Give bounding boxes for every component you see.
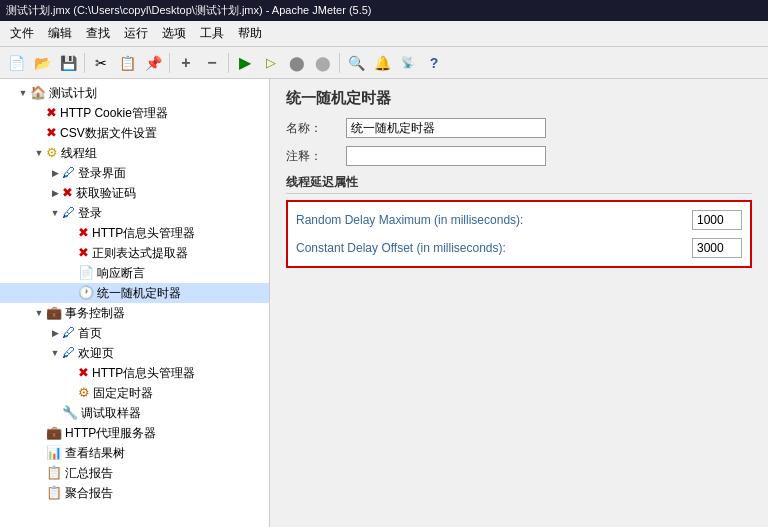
tree-item-login[interactable]: ▼ 🖊 登录	[0, 203, 269, 223]
tree-item-get-verify[interactable]: ▶ ✖ 获取验证码	[0, 183, 269, 203]
tree-label-home: 首页	[78, 324, 102, 342]
panel-title: 统一随机定时器	[286, 89, 752, 108]
toolbar-new[interactable]: 📄	[4, 51, 28, 75]
tree-label-cookie: HTTP Cookie管理器	[60, 104, 168, 122]
tree-label-proxy: HTTP代理服务器	[65, 424, 156, 442]
tree-item-thread-group[interactable]: ▼ ⚙ 线程组	[0, 143, 269, 163]
tree-label-transaction: 事务控制器	[65, 304, 125, 322]
menu-options[interactable]: 选项	[156, 23, 192, 44]
tree-label-uniform-timer: 统一随机定时器	[97, 284, 181, 302]
tree-label-welcome: 欢迎页	[78, 344, 114, 362]
tree-label-sampler: 调试取样器	[81, 404, 141, 422]
summary-icon: 📋	[46, 464, 62, 482]
name-label: 名称：	[286, 120, 346, 137]
tree-label-thread: 线程组	[61, 144, 97, 162]
name-input[interactable]	[346, 118, 546, 138]
cookie-icon: ✖	[46, 104, 57, 122]
get-verify-icon: ✖	[62, 184, 73, 202]
toolbar-sep1	[84, 53, 85, 73]
tree-label-login: 登录	[78, 204, 102, 222]
toolbar-start-no-pause[interactable]: ▷	[259, 51, 283, 75]
tree-panel: ▼ 🏠 测试计划 ✖ HTTP Cookie管理器 ✖ CSV数据文件设置 ▼ …	[0, 79, 270, 527]
tree-label-response: 响应断言	[97, 264, 145, 282]
toolbar-remote[interactable]: 📡	[396, 51, 420, 75]
menu-search[interactable]: 查找	[80, 23, 116, 44]
tree-item-sampler[interactable]: 🔧 调试取样器	[0, 403, 269, 423]
menu-run[interactable]: 运行	[118, 23, 154, 44]
home-icon: 🖊	[62, 324, 75, 342]
toolbar: 📄 📂 💾 ✂ 📋 📌 + − ▶ ▷ ⬤ ⬤ 🔍 🔔 📡 ?	[0, 47, 768, 79]
expand-login[interactable]: ▼	[48, 204, 62, 222]
tree-item-transaction[interactable]: ▼ 💼 事务控制器	[0, 303, 269, 323]
expand-welcome[interactable]: ▼	[48, 344, 62, 362]
login-page-icon: 🖊	[62, 164, 75, 182]
content-panel: 统一随机定时器 名称： 注释： 线程延迟属性 Random Delay Maxi…	[270, 79, 768, 527]
tree-item-test-plan[interactable]: ▼ 🏠 测试计划	[0, 83, 269, 103]
tree-item-response[interactable]: 📄 响应断言	[0, 263, 269, 283]
expand-transaction[interactable]: ▼	[32, 304, 46, 322]
constant-offset-input[interactable]	[692, 238, 742, 258]
tree-item-proxy[interactable]: 💼 HTTP代理服务器	[0, 423, 269, 443]
tree-item-fixed-timer[interactable]: ⚙ 固定定时器	[0, 383, 269, 403]
constant-offset-label: Constant Delay Offset (in milliseconds):	[296, 241, 692, 255]
toolbar-stop[interactable]: ⬤	[285, 51, 309, 75]
expand-login-page[interactable]: ▶	[48, 164, 62, 182]
transaction-icon: 💼	[46, 304, 62, 322]
tree-item-agg[interactable]: 📋 聚合报告	[0, 483, 269, 503]
tree-label-test-plan: 测试计划	[49, 84, 97, 102]
tree-label-summary: 汇总报告	[65, 464, 113, 482]
tree-item-login-page[interactable]: ▶ 🖊 登录界面	[0, 163, 269, 183]
title-bar-text: 测试计划.jmx (C:\Users\copyl\Desktop\测试计划.jm…	[6, 3, 372, 18]
constant-offset-row: Constant Delay Offset (in milliseconds):	[296, 238, 742, 258]
toolbar-sep4	[339, 53, 340, 73]
menu-file[interactable]: 文件	[4, 23, 40, 44]
toolbar-paste[interactable]: 📌	[141, 51, 165, 75]
toolbar-shutdown[interactable]: ⬤	[311, 51, 335, 75]
expand-get-verify[interactable]: ▶	[48, 184, 62, 202]
expand-home[interactable]: ▶	[48, 324, 62, 342]
tree-item-welcome[interactable]: ▼ 🖊 欢迎页	[0, 343, 269, 363]
expand-test-plan[interactable]: ▼	[16, 84, 30, 102]
delay-max-input[interactable]	[692, 210, 742, 230]
tree-label-http-header2: HTTP信息头管理器	[92, 364, 195, 382]
tree-item-summary[interactable]: 📋 汇总报告	[0, 463, 269, 483]
tree-label-get-verify: 获取验证码	[76, 184, 136, 202]
welcome-icon: 🖊	[62, 344, 75, 362]
uniform-timer-icon: 🕐	[78, 284, 94, 302]
tree-label-regex: 正则表达式提取器	[92, 244, 188, 262]
comment-input[interactable]	[346, 146, 546, 166]
section-header: 线程延迟属性	[286, 174, 752, 194]
menu-tools[interactable]: 工具	[194, 23, 230, 44]
toolbar-start[interactable]: ▶	[233, 51, 257, 75]
tree-label-fixed-timer: 固定定时器	[93, 384, 153, 402]
delay-section: Random Delay Maximum (in milliseconds): …	[286, 200, 752, 268]
expand-thread[interactable]: ▼	[32, 144, 46, 162]
menu-edit[interactable]: 编辑	[42, 23, 78, 44]
tree-item-csv[interactable]: ✖ CSV数据文件设置	[0, 123, 269, 143]
toolbar-add[interactable]: +	[174, 51, 198, 75]
toolbar-open[interactable]: 📂	[30, 51, 54, 75]
tree-item-http-header[interactable]: ✖ HTTP信息头管理器	[0, 223, 269, 243]
response-icon: 📄	[78, 264, 94, 282]
tree-item-cookie[interactable]: ✖ HTTP Cookie管理器	[0, 103, 269, 123]
tree-item-regex[interactable]: ✖ 正则表达式提取器	[0, 243, 269, 263]
thread-icon: ⚙	[46, 144, 58, 162]
toolbar-remove[interactable]: −	[200, 51, 224, 75]
toolbar-save[interactable]: 💾	[56, 51, 80, 75]
toolbar-help[interactable]: ?	[422, 51, 446, 75]
csv-icon: ✖	[46, 124, 57, 142]
toolbar-cut[interactable]: ✂	[89, 51, 113, 75]
title-bar: 测试计划.jmx (C:\Users\copyl\Desktop\测试计划.jm…	[0, 0, 768, 21]
tree-item-view-results[interactable]: 📊 查看结果树	[0, 443, 269, 463]
toolbar-copy[interactable]: 📋	[115, 51, 139, 75]
tree-item-uniform-timer[interactable]: 🕐 统一随机定时器	[0, 283, 269, 303]
name-row: 名称：	[286, 118, 752, 138]
tree-item-home[interactable]: ▶ 🖊 首页	[0, 323, 269, 343]
tree-item-http-header2[interactable]: ✖ HTTP信息头管理器	[0, 363, 269, 383]
delay-max-row: Random Delay Maximum (in milliseconds):	[296, 210, 742, 230]
proxy-icon: 💼	[46, 424, 62, 442]
toolbar-clear[interactable]: 🔔	[370, 51, 394, 75]
menu-help[interactable]: 帮助	[232, 23, 268, 44]
delay-max-label: Random Delay Maximum (in milliseconds):	[296, 213, 692, 227]
toolbar-search[interactable]: 🔍	[344, 51, 368, 75]
